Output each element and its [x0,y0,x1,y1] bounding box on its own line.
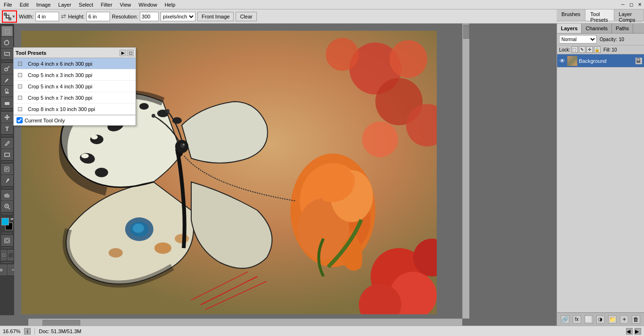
brush-tool[interactable] [1,75,13,85]
tool-presets-tab[interactable]: Tool Presets [585,9,614,21]
svg-point-53 [133,224,144,233]
doc-info: Doc: 51.3M/51.3M [39,328,81,334]
marquee-tool[interactable]: ⬚ [1,26,13,36]
menu-file[interactable]: File [0,1,16,9]
svg-rect-10 [5,153,9,156]
svg-point-54 [154,242,171,254]
layer-list: 👁 Background [557,54,644,312]
layer-delete-button[interactable]: 🗑 [632,315,640,324]
layer-link-button[interactable]: 🔗 [561,315,569,324]
lock-image-pixels[interactable]: ✎ [579,46,585,53]
layer-comps-tab[interactable]: Layer Comps [614,9,644,21]
current-tool-only-checkbox[interactable] [17,117,23,123]
pen-tool[interactable] [1,138,13,148]
menu-help[interactable]: Help [161,1,179,9]
canvas-vertical-scrollbar[interactable] [462,24,469,319]
swap-icon: ⇄ [61,13,66,20]
lock-transparent-pixels[interactable]: ⬚ [571,46,578,53]
menu-filter[interactable]: Filter [97,1,116,9]
tool-extra-1[interactable]: ⊞ [0,265,7,275]
full-screen-mode[interactable]: ⬛ [8,250,13,260]
hand-tool[interactable] [1,190,13,200]
svg-point-62 [166,109,169,113]
menu-select[interactable]: Select [75,1,97,9]
zoom-tool[interactable] [1,201,13,212]
eraser-tool[interactable] [1,97,13,108]
minimize-button[interactable]: ─ [619,0,627,9]
clone-stamp-tool[interactable] [1,86,13,96]
move-tool[interactable] [1,112,13,122]
status-right: ◀ ▶ [626,328,641,335]
lock-all[interactable]: 🔒 [594,46,601,53]
toolbar-separator-9 [2,262,12,263]
swap-colors-icon[interactable]: ⇄ [10,217,14,221]
layer-visibility-icon[interactable]: 👁 [559,58,566,64]
text-tool[interactable]: T [1,123,13,134]
brushes-tab[interactable]: Brushes [557,9,585,21]
quick-mask-mode[interactable] [1,235,13,246]
standard-screen-mode[interactable]: □ [1,250,7,260]
menu-image[interactable]: Image [33,1,55,9]
blend-mode-select[interactable]: Normal Multiply Screen Overlay [559,35,597,43]
paths-tab[interactable]: Paths [612,24,633,33]
status-info-icon[interactable]: i [24,328,31,335]
preset-item-label-1: Crop 5 inch x 3 inch 300 ppi [28,72,92,78]
preset-item-0[interactable]: ⊡ Crop 4 inch x 6 inch 300 ppi [14,58,136,69]
preset-item-3[interactable]: ⊡ Crop 5 inch x 7 inch 300 ppi [14,92,136,103]
fill-value: 10 [611,47,617,52]
menu-layer[interactable]: Layer [54,1,75,9]
layer-item-background[interactable]: 👁 Background [557,54,644,68]
toolbar-separator-3 [2,136,12,136]
menu-view[interactable]: View [116,1,135,9]
hscroll-thumb[interactable] [42,320,80,326]
menu-bar: File Edit Image Layer Select Filter View… [0,0,644,9]
tool-preset-title: Tool Presets [16,50,46,56]
lock-position[interactable]: ✛ [586,46,593,53]
lasso-tool[interactable] [1,37,13,48]
resolution-unit-select[interactable]: pixels/inch pixels/cm [161,12,195,21]
canvas-horizontal-scrollbar[interactable] [28,319,462,326]
layer-fx-button[interactable]: fx [573,315,581,324]
svg-rect-65 [636,60,640,63]
preset-item-1[interactable]: ⊡ Crop 5 inch x 3 inch 300 ppi [14,69,136,81]
layer-adjustment-button[interactable]: ◑ [596,315,605,324]
front-image-button[interactable]: Front Image [197,12,234,21]
svg-rect-7 [5,92,9,94]
crop-tool-icon[interactable]: ▼ [2,10,17,23]
restore-button[interactable]: ◻ [627,0,636,9]
screen-mode-buttons: □ ⬛ [1,250,13,260]
layer-new-button[interactable]: + [620,315,628,324]
menu-edit[interactable]: Edit [16,1,33,9]
preset-item-4[interactable]: ⊡ Crop 8 inch x 10 inch 300 ppi [14,103,136,115]
svg-line-16 [8,207,10,209]
preset-panel-resize-btn[interactable]: ◻ [127,50,134,56]
healing-brush-tool[interactable] [1,63,13,74]
svg-line-5 [7,66,9,69]
status-arrow-right[interactable]: ▶ [635,328,641,335]
preset-item-2[interactable]: ⊡ Crop 5 inch x 4 inch 300 ppi [14,81,136,92]
width-input[interactable] [35,12,59,21]
foreground-color-swatch[interactable] [1,218,9,225]
preset-panel-arrow-btn[interactable]: ▶ [119,50,126,56]
resolution-input[interactable] [140,12,159,21]
layer-mask-button[interactable]: ⬜ [585,315,593,324]
clear-button[interactable]: Clear [236,12,256,21]
preset-footer: Current Tool Only [14,115,136,125]
svg-point-49 [91,135,98,139]
svg-point-6 [5,89,8,92]
layer-group-button[interactable]: 📁 [608,315,617,324]
svg-point-26 [362,121,398,157]
toolbar-separator-1 [2,61,12,61]
eyedropper-tool[interactable] [1,175,13,186]
layers-tab[interactable]: Layers [557,24,582,33]
crop-preset-icon-4: ⊡ [17,105,25,113]
vscroll-thumb[interactable] [463,25,469,39]
height-input[interactable] [86,12,110,21]
crop-tool[interactable] [1,49,13,59]
notes-tool[interactable] [1,164,13,174]
rectangle-tool[interactable] [1,149,13,160]
status-arrow-left[interactable]: ◀ [626,328,633,335]
close-button[interactable]: ✕ [636,0,644,9]
menu-window[interactable]: Window [135,1,161,9]
channels-tab[interactable]: Channels [582,24,611,33]
